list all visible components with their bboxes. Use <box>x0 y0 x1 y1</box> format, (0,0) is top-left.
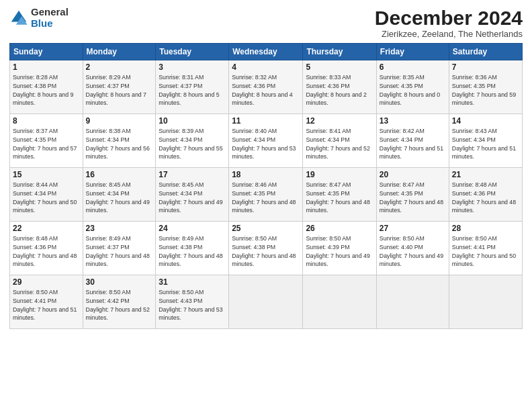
day-number: 2 <box>86 62 153 72</box>
day-number: 1 <box>13 62 80 72</box>
calendar-day-cell: 22 Sunrise: 8:48 AMSunset: 4:36 PMDaylig… <box>10 222 83 275</box>
day-info: Sunrise: 8:48 AMSunset: 4:36 PMDaylight:… <box>452 181 519 215</box>
day-info: Sunrise: 8:45 AMSunset: 4:34 PMDaylight:… <box>159 181 226 215</box>
day-number: 18 <box>232 170 300 179</box>
calendar-week-row: 15 Sunrise: 8:44 AMSunset: 4:34 PMDaylig… <box>10 168 523 222</box>
calendar-week-row: 1 Sunrise: 8:28 AMSunset: 4:38 PMDayligh… <box>10 60 523 114</box>
calendar-day-cell: 10 Sunrise: 8:39 AMSunset: 4:34 PMDaylig… <box>156 114 229 168</box>
day-number: 20 <box>380 170 446 179</box>
calendar-day-cell <box>449 275 522 329</box>
day-number: 7 <box>452 62 519 72</box>
day-info: Sunrise: 8:29 AMSunset: 4:37 PMDaylight:… <box>86 73 153 107</box>
logo-general: General <box>31 7 69 18</box>
calendar-day-cell: 25 Sunrise: 8:50 AMSunset: 4:38 PMDaylig… <box>229 222 303 275</box>
day-info: Sunrise: 8:49 AMSunset: 4:38 PMDaylight:… <box>159 234 226 269</box>
day-number: 12 <box>306 116 373 126</box>
logo-icon <box>9 9 28 28</box>
day-info: Sunrise: 8:50 AMSunset: 4:40 PMDaylight:… <box>380 234 446 269</box>
col-wednesday: Wednesday <box>229 44 303 60</box>
day-number: 23 <box>86 224 153 233</box>
day-number: 31 <box>159 277 226 287</box>
calendar-day-cell: 1 Sunrise: 8:28 AMSunset: 4:38 PMDayligh… <box>10 60 83 114</box>
day-info: Sunrise: 8:38 AMSunset: 4:34 PMDaylight:… <box>86 127 153 161</box>
title-block: December 2024 Zierikzee, Zeeland, The Ne… <box>375 7 523 39</box>
calendar-day-cell: 27 Sunrise: 8:50 AMSunset: 4:40 PMDaylig… <box>376 222 449 275</box>
day-info: Sunrise: 8:45 AMSunset: 4:34 PMDaylight:… <box>86 181 153 215</box>
calendar-header-row: Sunday Monday Tuesday Wednesday Thursday… <box>10 44 523 60</box>
logo-blue: Blue <box>31 18 69 30</box>
day-number: 24 <box>159 224 226 233</box>
day-info: Sunrise: 8:28 AMSunset: 4:38 PMDaylight:… <box>13 73 80 107</box>
calendar-day-cell: 17 Sunrise: 8:45 AMSunset: 4:34 PMDaylig… <box>156 168 229 222</box>
calendar-day-cell: 7 Sunrise: 8:36 AMSunset: 4:35 PMDayligh… <box>449 60 522 114</box>
day-number: 10 <box>159 116 226 126</box>
day-number: 5 <box>306 62 373 72</box>
day-number: 19 <box>306 170 373 179</box>
calendar-day-cell: 9 Sunrise: 8:38 AMSunset: 4:34 PMDayligh… <box>83 114 156 168</box>
day-number: 4 <box>232 62 300 72</box>
day-info: Sunrise: 8:46 AMSunset: 4:35 PMDaylight:… <box>232 181 300 215</box>
page-header: General Blue December 2024 Zierikzee, Ze… <box>9 7 523 39</box>
calendar-week-row: 29 Sunrise: 8:50 AMSunset: 4:41 PMDaylig… <box>10 275 523 329</box>
calendar-day-cell: 2 Sunrise: 8:29 AMSunset: 4:37 PMDayligh… <box>83 60 156 114</box>
day-info: Sunrise: 8:36 AMSunset: 4:35 PMDaylight:… <box>452 73 519 107</box>
calendar-day-cell: 29 Sunrise: 8:50 AMSunset: 4:41 PMDaylig… <box>10 275 83 329</box>
day-number: 14 <box>452 116 519 126</box>
day-info: Sunrise: 8:37 AMSunset: 4:35 PMDaylight:… <box>13 127 80 161</box>
day-info: Sunrise: 8:50 AMSunset: 4:39 PMDaylight:… <box>306 234 373 269</box>
day-number: 29 <box>13 277 80 287</box>
day-info: Sunrise: 8:41 AMSunset: 4:34 PMDaylight:… <box>306 127 373 161</box>
day-info: Sunrise: 8:50 AMSunset: 4:41 PMDaylight:… <box>13 288 80 322</box>
logo-text: General Blue <box>31 7 69 29</box>
calendar-day-cell: 19 Sunrise: 8:47 AMSunset: 4:35 PMDaylig… <box>303 168 376 222</box>
calendar-day-cell: 21 Sunrise: 8:48 AMSunset: 4:36 PMDaylig… <box>449 168 522 222</box>
calendar-day-cell: 15 Sunrise: 8:44 AMSunset: 4:34 PMDaylig… <box>10 168 83 222</box>
day-info: Sunrise: 8:47 AMSunset: 4:35 PMDaylight:… <box>306 181 373 215</box>
calendar-day-cell: 31 Sunrise: 8:50 AMSunset: 4:43 PMDaylig… <box>156 275 229 329</box>
day-number: 6 <box>380 62 446 72</box>
calendar-day-cell: 18 Sunrise: 8:46 AMSunset: 4:35 PMDaylig… <box>229 168 303 222</box>
day-number: 27 <box>380 224 446 233</box>
calendar-day-cell: 23 Sunrise: 8:49 AMSunset: 4:37 PMDaylig… <box>83 222 156 275</box>
col-friday: Friday <box>376 44 449 60</box>
day-number: 17 <box>159 170 226 179</box>
day-info: Sunrise: 8:49 AMSunset: 4:37 PMDaylight:… <box>86 234 153 269</box>
day-number: 26 <box>306 224 373 233</box>
col-saturday: Saturday <box>449 44 522 60</box>
calendar-day-cell: 5 Sunrise: 8:33 AMSunset: 4:36 PMDayligh… <box>303 60 376 114</box>
col-thursday: Thursday <box>303 44 376 60</box>
calendar-day-cell <box>303 275 376 329</box>
day-info: Sunrise: 8:44 AMSunset: 4:34 PMDaylight:… <box>13 181 80 215</box>
day-info: Sunrise: 8:43 AMSunset: 4:34 PMDaylight:… <box>452 127 519 161</box>
location: Zierikzee, Zeeland, The Netherlands <box>375 29 523 39</box>
day-number: 25 <box>232 224 300 233</box>
day-info: Sunrise: 8:39 AMSunset: 4:34 PMDaylight:… <box>159 127 226 161</box>
day-number: 22 <box>13 224 80 233</box>
calendar-day-cell: 16 Sunrise: 8:45 AMSunset: 4:34 PMDaylig… <box>83 168 156 222</box>
col-monday: Monday <box>83 44 156 60</box>
day-number: 9 <box>86 116 153 126</box>
calendar-day-cell: 26 Sunrise: 8:50 AMSunset: 4:39 PMDaylig… <box>303 222 376 275</box>
calendar-day-cell: 3 Sunrise: 8:31 AMSunset: 4:37 PMDayligh… <box>156 60 229 114</box>
calendar-day-cell: 12 Sunrise: 8:41 AMSunset: 4:34 PMDaylig… <box>303 114 376 168</box>
calendar-day-cell: 8 Sunrise: 8:37 AMSunset: 4:35 PMDayligh… <box>10 114 83 168</box>
calendar-day-cell: 28 Sunrise: 8:50 AMSunset: 4:41 PMDaylig… <box>449 222 522 275</box>
day-info: Sunrise: 8:32 AMSunset: 4:36 PMDaylight:… <box>232 73 300 107</box>
calendar-week-row: 22 Sunrise: 8:48 AMSunset: 4:36 PMDaylig… <box>10 222 523 275</box>
day-number: 11 <box>232 116 300 126</box>
day-number: 13 <box>380 116 446 126</box>
logo: General Blue <box>9 7 69 29</box>
calendar-week-row: 8 Sunrise: 8:37 AMSunset: 4:35 PMDayligh… <box>10 114 523 168</box>
calendar-day-cell: 4 Sunrise: 8:32 AMSunset: 4:36 PMDayligh… <box>229 60 303 114</box>
day-info: Sunrise: 8:40 AMSunset: 4:34 PMDaylight:… <box>232 127 300 161</box>
calendar-day-cell: 13 Sunrise: 8:42 AMSunset: 4:34 PMDaylig… <box>376 114 449 168</box>
calendar-day-cell <box>376 275 449 329</box>
day-info: Sunrise: 8:50 AMSunset: 4:41 PMDaylight:… <box>452 234 519 269</box>
day-number: 21 <box>452 170 519 179</box>
day-info: Sunrise: 8:42 AMSunset: 4:34 PMDaylight:… <box>380 127 446 161</box>
col-sunday: Sunday <box>10 44 83 60</box>
month-title: December 2024 <box>375 7 523 29</box>
calendar-day-cell: 14 Sunrise: 8:43 AMSunset: 4:34 PMDaylig… <box>449 114 522 168</box>
day-info: Sunrise: 8:50 AMSunset: 4:38 PMDaylight:… <box>232 234 300 269</box>
day-info: Sunrise: 8:50 AMSunset: 4:43 PMDaylight:… <box>159 288 226 322</box>
